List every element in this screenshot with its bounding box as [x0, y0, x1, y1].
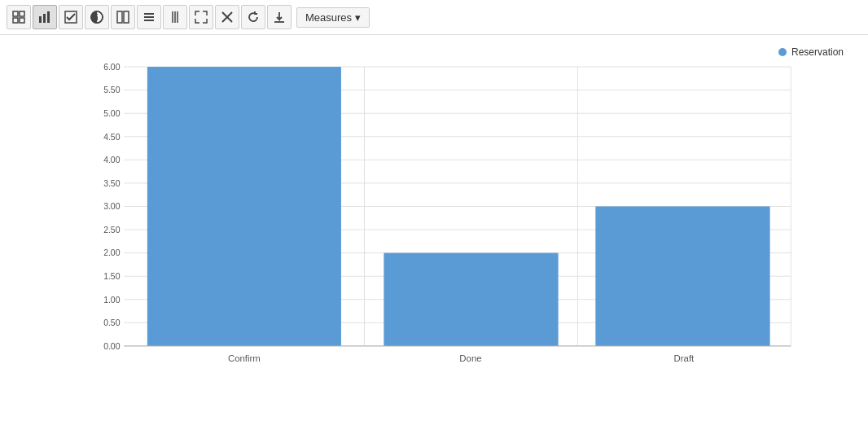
bar-confirm[interactable]	[147, 67, 341, 346]
expand-button[interactable]	[189, 5, 213, 29]
close-x-icon	[221, 11, 234, 24]
svg-text:2.50: 2.50	[103, 226, 121, 235]
download-button[interactable]	[267, 5, 292, 29]
lines-icon	[169, 11, 182, 24]
columns-button[interactable]	[111, 5, 135, 29]
svg-text:0.00: 0.00	[103, 342, 121, 351]
toolbar: Measures ▾	[0, 0, 868, 35]
svg-text:Draft: Draft	[674, 353, 695, 363]
svg-text:5.50: 5.50	[103, 86, 121, 94]
info-icon	[90, 11, 103, 24]
svg-text:5.00: 5.00	[103, 109, 121, 118]
svg-rect-0	[13, 11, 18, 16]
svg-text:0.50: 0.50	[103, 318, 121, 327]
legend-dot	[778, 48, 787, 56]
svg-rect-5	[43, 14, 46, 23]
bar-draft[interactable]	[595, 206, 769, 345]
bar-chart-icon	[38, 11, 51, 24]
svg-rect-4	[39, 16, 42, 23]
svg-text:6.00: 6.00	[103, 63, 121, 72]
bar-done[interactable]	[384, 253, 558, 346]
svg-rect-6	[47, 11, 50, 23]
check-button[interactable]	[59, 5, 83, 29]
menu-icon	[142, 11, 156, 24]
svg-rect-2	[13, 18, 18, 23]
svg-text:1.50: 1.50	[103, 272, 121, 281]
menu-button[interactable]	[137, 5, 161, 29]
columns-icon	[116, 11, 129, 24]
bar-chart-svg: 6.00 5.50 5.00 4.50 4.00 3.50 3.00 2.50 …	[57, 51, 819, 377]
download-icon	[273, 11, 286, 24]
chart-legend: Reservation	[778, 46, 844, 58]
refresh-icon	[247, 11, 260, 24]
close-x-button[interactable]	[215, 5, 239, 29]
svg-rect-1	[20, 11, 24, 16]
svg-rect-12	[124, 11, 129, 23]
svg-point-10	[96, 14, 98, 15]
svg-text:3.50: 3.50	[103, 179, 121, 188]
check-icon	[64, 11, 77, 24]
measures-label: Measures	[305, 11, 352, 24]
measures-button[interactable]: Measures ▾	[296, 7, 370, 28]
measures-dropdown-icon: ▾	[355, 11, 361, 24]
grid-button[interactable]	[7, 5, 31, 29]
svg-text:3.00: 3.00	[103, 202, 121, 211]
svg-text:4.50: 4.50	[103, 133, 121, 142]
info-button[interactable]	[85, 5, 109, 29]
expand-icon	[195, 11, 208, 24]
legend-label: Reservation	[791, 46, 844, 58]
svg-text:2.00: 2.00	[103, 248, 121, 257]
svg-rect-3	[20, 18, 24, 23]
svg-rect-11	[117, 11, 122, 23]
svg-text:Confirm: Confirm	[228, 353, 261, 363]
svg-text:4.00: 4.00	[103, 156, 121, 164]
bar-chart-button[interactable]	[33, 5, 57, 29]
lines-button[interactable]	[163, 5, 187, 29]
svg-text:1.00: 1.00	[103, 296, 121, 305]
refresh-button[interactable]	[241, 5, 265, 29]
chart-area: Reservation 6.00 5.50 5.00 4.50 4.00 3.5…	[0, 35, 868, 418]
svg-text:Done: Done	[459, 353, 481, 363]
grid-icon	[12, 11, 25, 24]
